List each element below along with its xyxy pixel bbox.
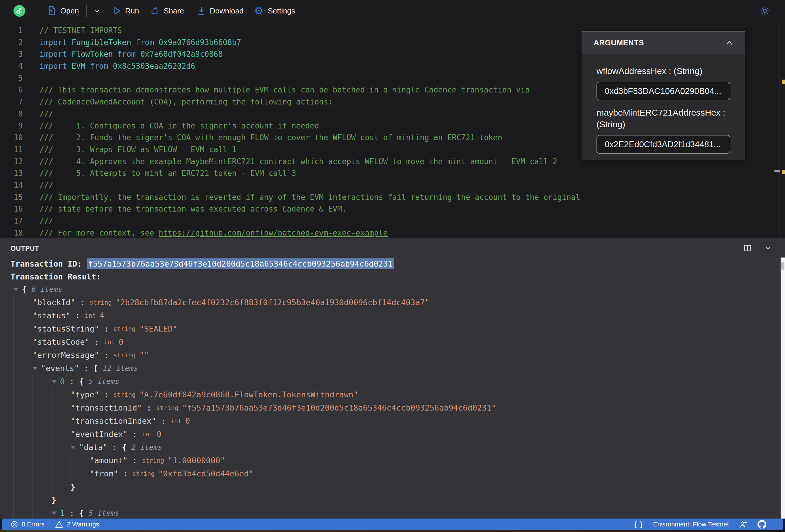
json-tree-row: "eventIndex" : int 0 bbox=[0, 428, 779, 441]
argument-label: maybeMintERC721AddressHex : (String) bbox=[597, 107, 730, 130]
errors-status[interactable]: 0 Errors bbox=[10, 521, 45, 528]
json-value: 0 bbox=[157, 430, 161, 439]
line-number: 8 bbox=[0, 108, 23, 120]
json-value: 0 bbox=[119, 337, 123, 347]
value-type-label: int bbox=[85, 312, 100, 319]
line-number: 6 bbox=[0, 84, 23, 96]
share-icon bbox=[150, 6, 159, 15]
json-value: "f557a1573b76aa53e73d46f3e10d200d5c18a65… bbox=[182, 403, 496, 412]
json-value: "SEALED" bbox=[139, 324, 177, 333]
theme-toggle-button[interactable] bbox=[760, 6, 770, 16]
json-key: "status" bbox=[32, 311, 71, 320]
value-type-label: int bbox=[170, 417, 185, 425]
line-number: 11 bbox=[0, 144, 23, 156]
json-tree-row: "transactionIndex" : int 0 bbox=[0, 414, 779, 428]
status-bar: 0 Errors 2 Warnings { } Environment: Flo… bbox=[2, 518, 783, 530]
download-icon bbox=[197, 6, 206, 16]
json-tree-row: "transactionId" : string "f557a1573b76aa… bbox=[0, 401, 779, 414]
flow-logo-glyph bbox=[16, 7, 23, 15]
chevron-down-icon bbox=[93, 7, 101, 15]
value-type-label: string bbox=[113, 352, 139, 359]
line-number: 14 bbox=[0, 179, 23, 192]
json-key: "from" bbox=[90, 469, 118, 478]
json-key: "eventIndex" bbox=[71, 430, 128, 439]
editor-scrollbar-thumb[interactable] bbox=[775, 170, 780, 172]
line-number: 18 bbox=[0, 227, 23, 239]
json-key: "blockId" bbox=[32, 298, 75, 307]
line-number: 15 bbox=[0, 192, 23, 203]
flow-logo[interactable] bbox=[14, 5, 25, 17]
collapse-triangle-icon[interactable] bbox=[52, 380, 57, 383]
share-button[interactable]: Share bbox=[150, 6, 184, 16]
argument-input-wflow[interactable] bbox=[597, 82, 730, 100]
json-tree-row: "statusString" : string "SEALED" bbox=[0, 322, 779, 335]
transaction-result-label: Transaction Result: bbox=[10, 272, 101, 281]
person-icon[interactable] bbox=[739, 520, 748, 529]
item-count: 12 items bbox=[103, 364, 138, 373]
braces-icon: { } bbox=[634, 521, 643, 529]
file-icon bbox=[47, 6, 56, 16]
json-key: "statusString" bbox=[32, 324, 99, 333]
errors-label: 0 Errors bbox=[22, 521, 45, 528]
error-circle-icon bbox=[10, 521, 18, 528]
json-key: "amount" bbox=[90, 456, 128, 465]
json-value: "0xfd3b4cd50d44e6ed" bbox=[158, 469, 253, 478]
value-type-label: string bbox=[156, 404, 182, 411]
collapse-triangle-icon[interactable] bbox=[14, 288, 19, 291]
output-scrollbar-thumb[interactable] bbox=[781, 262, 784, 270]
collapse-triangle-icon[interactable] bbox=[32, 367, 38, 370]
json-tree-row: "data" : { 2 items bbox=[0, 441, 779, 454]
arguments-panel-header[interactable]: ARGUMENTS bbox=[582, 32, 745, 54]
line-number: 4 bbox=[0, 60, 23, 72]
value-type-label: string bbox=[132, 470, 158, 477]
line-number: 2 bbox=[0, 36, 23, 49]
arguments-title: ARGUMENTS bbox=[593, 38, 644, 47]
code-line: 16/// state before the transaction was e… bbox=[0, 203, 785, 215]
json-tree-row: 0 : { 5 items bbox=[0, 375, 779, 388]
line-number: 13 bbox=[0, 168, 23, 179]
json-key: 0 bbox=[60, 377, 65, 386]
json-value: 4 bbox=[100, 311, 104, 320]
transaction-id-label: Transaction ID: bbox=[10, 259, 86, 268]
value-type-label: string bbox=[113, 325, 139, 332]
open-dropdown-button[interactable] bbox=[93, 7, 101, 15]
flow-playground-window: Open Run Share Download bbox=[0, 0, 785, 532]
warnings-label: 2 Warnings bbox=[67, 521, 99, 528]
split-panel-icon[interactable] bbox=[743, 244, 752, 252]
json-key: "errorMessage" bbox=[32, 351, 99, 360]
output-title: OUTPUT bbox=[10, 245, 39, 253]
json-tree-row: "type" : string "A.7e60df042a9c0868.Flow… bbox=[0, 388, 779, 401]
value-type-label: int bbox=[142, 431, 157, 438]
warning-mark-icon bbox=[782, 80, 785, 84]
toolbar: Open Run Share Download bbox=[0, 0, 785, 22]
run-button[interactable]: Run bbox=[113, 6, 139, 16]
json-tree-row: } bbox=[0, 480, 779, 493]
editor-overview-ruler bbox=[779, 22, 780, 237]
warnings-status[interactable]: 2 Warnings bbox=[55, 521, 99, 528]
line-number: 17 bbox=[0, 215, 23, 227]
environment-label[interactable]: Environment: Flow Testnet bbox=[653, 521, 729, 528]
json-tree-row: } bbox=[0, 493, 779, 507]
json-tree: { 6 items"blockId" : string "2b28cbfb87d… bbox=[0, 283, 779, 518]
json-tree-row: "errorMessage" : string "" bbox=[0, 349, 779, 362]
download-button[interactable]: Download bbox=[197, 6, 244, 16]
transaction-id-value: f557a1573b76aa53e73d46f3e10d200d5c18a653… bbox=[86, 258, 394, 269]
output-scrollbar[interactable] bbox=[781, 257, 785, 518]
code-line: 18/// For more context, see https://gith… bbox=[0, 227, 785, 239]
line-number: 9 bbox=[0, 120, 23, 132]
chevron-up-icon[interactable] bbox=[725, 39, 734, 47]
open-label: Open bbox=[60, 6, 79, 16]
chevron-down-icon[interactable] bbox=[764, 244, 772, 252]
settings-label: Settings bbox=[268, 6, 295, 16]
collapse-triangle-icon[interactable] bbox=[71, 446, 76, 449]
github-icon[interactable] bbox=[758, 520, 766, 529]
item-count: 5 items bbox=[89, 377, 120, 386]
line-number: 16 bbox=[0, 203, 23, 215]
argument-input-maybemint[interactable] bbox=[597, 135, 730, 154]
open-button[interactable]: Open bbox=[47, 6, 79, 16]
json-key: "transactionIndex" bbox=[71, 416, 156, 426]
json-tree-row: "from" : string "0xfd3b4cd50d44e6ed" bbox=[0, 467, 779, 480]
collapse-triangle-icon[interactable] bbox=[52, 511, 57, 515]
settings-button[interactable]: ⚙ Settings bbox=[254, 5, 295, 16]
sun-icon bbox=[760, 6, 770, 16]
